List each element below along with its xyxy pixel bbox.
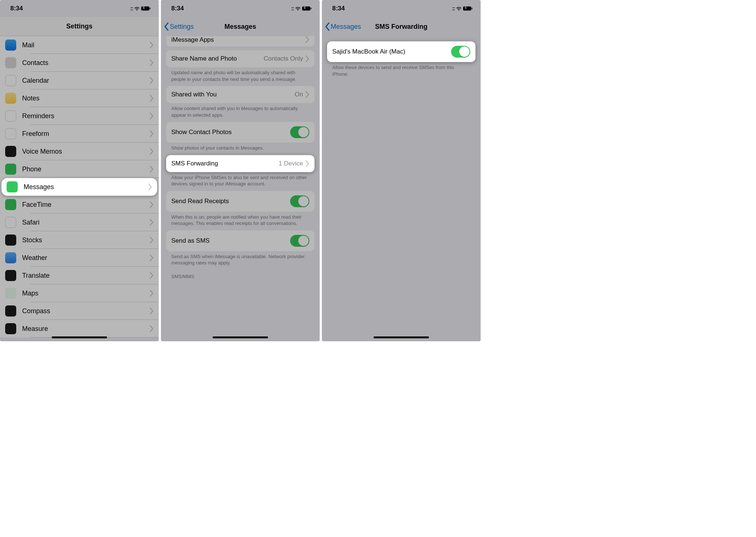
freeform-icon [5,128,16,139]
stocks-icon [5,235,16,246]
row-label: Share Name and Photo [171,55,264,62]
back-label: Settings [170,23,194,31]
row-share-name-photo[interactable]: Share Name and Photo Contacts Only [166,50,315,67]
toggle-send-as-sms[interactable] [290,235,309,247]
translate-icon [5,270,16,281]
row-value: Contacts Only [264,55,303,62]
chevron-right-icon [150,308,154,314]
toggle-send-read-receipts[interactable] [290,195,309,207]
row-shared-with-you[interactable]: Shared with You On [166,86,315,103]
row-label: Translate [22,272,150,280]
chevron-right-icon [150,272,154,279]
chevron-right-icon [150,325,154,332]
settings-row-contacts[interactable]: Contacts [0,54,159,72]
back-button[interactable]: Messages [325,23,361,31]
row-label: Weather [22,254,150,262]
panel-sms-forwarding: 8:34 5 Messages SMS Forwarding [322,0,481,341]
chevron-right-icon [150,130,154,137]
chevron-right-icon [305,91,309,98]
settings-row-mail[interactable]: Mail [0,36,159,54]
settings-row-phone[interactable]: Phone [0,160,159,178]
row-show-contact-photos[interactable]: Show Contact Photos [166,122,315,143]
chevron-right-icon [150,148,154,155]
chevron-right-icon [305,55,309,62]
settings-row-notes[interactable]: Notes [0,89,159,107]
battery-icon: 5 [463,6,472,11]
cellular-icon [130,5,133,12]
chevron-right-icon [305,36,309,43]
settings-row-measure[interactable]: Measure [0,320,159,338]
row-label: Show Contact Photos [171,129,290,136]
row-label: Contacts [22,59,150,67]
row-label: Safari [22,219,150,226]
calendar-icon [5,75,16,86]
wifi-icon [456,6,461,11]
settings-row-facetime[interactable]: FaceTime [0,196,159,213]
settings-row-compass[interactable]: Compass [0,302,159,320]
cellular-icon [291,5,294,12]
reminders-icon [5,110,16,122]
row-device-macbook[interactable]: Sajid's MacBook Air (Mac) [327,41,475,62]
row-send-as-sms[interactable]: Send as SMS [166,230,315,251]
chevron-right-icon [150,254,154,261]
back-button[interactable]: Settings [164,23,194,31]
row-label: Shared with You [171,91,295,98]
row-label: Notes [22,95,150,102]
toggle-show-contact-photos[interactable] [290,126,309,138]
chevron-right-icon [148,184,152,190]
settings-row-reminders[interactable]: Reminders [0,107,159,125]
settings-row-calendar[interactable]: Calendar [0,72,159,89]
home-indicator[interactable] [52,336,107,338]
row-label: Freeform [22,130,150,138]
status-bar: 8:34 5 [161,0,320,17]
chevron-right-icon [150,290,154,297]
weather-icon [5,252,16,263]
clock: 8:34 [171,5,184,12]
page-title: SMS Forwarding [375,23,427,31]
row-label: Stocks [22,236,150,244]
row-label: Mail [22,41,150,49]
row-imessage-apps[interactable]: iMessage Apps [166,36,315,47]
settings-row-stocks[interactable]: Stocks [0,231,159,249]
toggle-device-macbook[interactable] [451,46,470,58]
chevron-right-icon [150,113,154,119]
row-label: FaceTime [22,201,150,209]
home-indicator[interactable] [374,336,429,338]
page-title: Settings [66,23,92,30]
maps-icon [5,288,16,299]
home-indicator[interactable] [213,336,268,338]
navbar: Messages SMS Forwarding [322,17,481,36]
row-send-read-receipts[interactable]: Send Read Receipts [166,191,315,212]
battery-icon: 5 [141,6,151,11]
row-label: Reminders [22,112,150,120]
row-value: On [295,91,303,98]
row-label: Maps [22,290,150,297]
footer-text: Show photos of your contacts in Messages… [171,145,309,151]
row-sms-forwarding[interactable]: SMS Forwarding 1 Device [166,155,315,172]
row-label: Messages [24,183,148,191]
facetime-icon [5,199,16,210]
chevron-right-icon [150,219,154,226]
chevron-right-icon [150,237,154,243]
messages-icon [7,181,18,192]
settings-row-messages[interactable]: Messages [1,178,157,196]
settings-row-maps[interactable]: Maps [0,284,159,302]
settings-row-translate[interactable]: Translate [0,267,159,284]
settings-row-weather[interactable]: Weather [0,249,159,267]
settings-row-safari[interactable]: Safari [0,213,159,231]
chevron-right-icon [150,166,154,172]
navbar: Settings Messages [161,17,320,36]
notes-icon [5,93,16,104]
settings-row-voice[interactable]: Voice Memos [0,143,159,160]
section-header: SMS/MMS [171,274,309,279]
compass-icon [5,305,16,317]
row-label: Calendar [22,77,150,85]
row-label: Measure [22,325,150,333]
footer-text: Allow content shared with you in Message… [171,105,309,118]
row-label: Compass [22,307,150,315]
row-label: Send as SMS [171,237,290,244]
wifi-icon [134,6,140,11]
settings-row-freeform[interactable]: Freeform [0,125,159,143]
row-label: Phone [22,165,150,173]
row-value: 1 Device [279,160,303,167]
